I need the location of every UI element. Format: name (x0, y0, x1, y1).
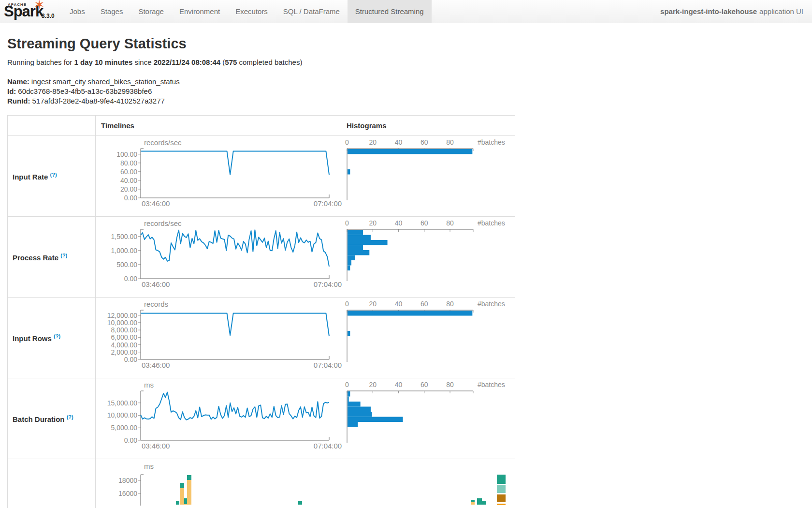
nav-tabs: Jobs Stages Storage Environment Executor… (62, 0, 432, 23)
svg-text:4,000.00: 4,000.00 (111, 341, 138, 349)
svg-text:07:04:00: 07:04:00 (314, 280, 342, 288)
svg-text:10,000.00: 10,000.00 (107, 411, 137, 419)
svg-text:80.00: 80.00 (120, 159, 137, 167)
svg-text:40.00: 40.00 (120, 177, 137, 184)
row-label-process-rate: Process Rate (?) (8, 217, 96, 298)
svg-text:1,000.00: 1,000.00 (111, 247, 138, 254)
svg-text:100.00: 100.00 (116, 150, 137, 158)
running-since-text: since (132, 58, 153, 66)
svg-text:records/sec: records/sec (144, 138, 182, 147)
row-label-input-rate: Input Rate (?) (8, 136, 96, 217)
svg-text:20: 20 (369, 300, 377, 308)
svg-text:80: 80 (446, 219, 454, 227)
row-label-text: Process Rate (13, 254, 58, 262)
query-id-line: Id:60dc3768-85e3-4fb5-a13c-63b29938bfe6 (7, 87, 805, 96)
svg-text:40: 40 (395, 138, 403, 146)
help-link[interactable]: (?) (67, 414, 73, 420)
table-row: ms1800016000 (8, 459, 515, 508)
svg-text:40: 40 (395, 219, 403, 227)
help-link[interactable]: (?) (60, 253, 67, 258)
page-title: Streaming Query Statistics (7, 36, 805, 52)
svg-text:#batches: #batches (478, 300, 505, 308)
tab-sql-dataframe[interactable]: SQL / DataFrame (276, 0, 348, 23)
running-duration: 1 day 10 minutes (74, 58, 132, 66)
svg-text:07:04:00: 07:04:00 (314, 361, 342, 369)
tab-executors[interactable]: Executors (228, 0, 276, 23)
tab-stages[interactable]: Stages (93, 0, 131, 23)
name-value: ingest smart_city shared_bikes_station_s… (31, 77, 180, 86)
start-timestamp: 2022/11/24 08:08:44 (154, 58, 220, 66)
svg-text:20: 20 (369, 381, 377, 388)
svg-text:#batches: #batches (478, 138, 505, 146)
svg-text:0.00: 0.00 (124, 356, 137, 363)
svg-text:5,000.00: 5,000.00 (111, 424, 138, 432)
svg-text:40: 40 (395, 381, 403, 388)
batch-duration-histogram-chart: 020406080#batches (341, 378, 515, 459)
svg-text:0.00: 0.00 (124, 436, 137, 444)
row-label-text: Input Rate (13, 173, 48, 181)
tab-environment[interactable]: Environment (172, 0, 228, 23)
row-label-text: Batch Duration (13, 415, 65, 423)
svg-text:0: 0 (345, 300, 349, 308)
svg-text:8,000.00: 8,000.00 (111, 326, 138, 334)
help-link[interactable]: (?) (50, 172, 57, 178)
table-row: Batch Duration (?) ms15,000.0010,000.005… (8, 378, 515, 459)
svg-text:60: 60 (420, 300, 428, 308)
svg-text:0.00: 0.00 (124, 275, 137, 283)
table-header-row: Timelines Histograms (8, 116, 515, 136)
svg-text:18000: 18000 (118, 477, 137, 484)
spark-version: 3.3.0 (42, 13, 55, 19)
input-rate-timeline-chart: records/sec100.0080.0060.0040.0020.000.0… (96, 136, 341, 216)
row-label-operation-duration (8, 459, 96, 508)
app-title-suffix: application UI (759, 7, 803, 15)
tab-structured-streaming[interactable]: Structured Streaming (348, 0, 432, 23)
svg-text:ms: ms (144, 462, 154, 470)
svg-text:60: 60 (420, 138, 428, 146)
query-meta: Name:ingest smart_city shared_bikes_stat… (7, 77, 805, 106)
process-rate-histogram-chart: 020406080#batches (341, 217, 515, 297)
help-link[interactable]: (?) (54, 333, 60, 339)
runid-label: RunId: (7, 97, 30, 105)
svg-text:records: records (144, 300, 168, 308)
row-label-text: Input Rows (13, 334, 52, 343)
svg-text:500.00: 500.00 (116, 261, 137, 269)
running-paren: ( (220, 58, 225, 66)
svg-text:records/sec: records/sec (144, 219, 182, 227)
tab-jobs[interactable]: Jobs (62, 0, 93, 23)
navbar: APACHE Spark ✶ 3.3.0 Jobs Stages Storage… (0, 0, 812, 23)
running-text: Running batches for (7, 58, 74, 66)
svg-text:20.00: 20.00 (120, 185, 137, 193)
svg-text:10,000.00: 10,000.00 (107, 319, 137, 327)
input-rate-histogram-chart: 020406080#batches (341, 136, 515, 216)
table-row: Input Rows (?) records12,000.0010,000.00… (8, 298, 515, 378)
operation-duration-timeline-chart: ms1800016000 (96, 459, 341, 508)
svg-text:80: 80 (446, 381, 454, 388)
svg-text:ms: ms (144, 381, 154, 389)
running-batches-summary: Running batches for 1 day 10 minutes sin… (7, 58, 805, 66)
svg-text:20: 20 (369, 138, 377, 146)
tab-storage[interactable]: Storage (130, 0, 172, 23)
batch-duration-timeline-chart: ms15,000.0010,000.005,000.000.0003:46:00… (96, 378, 341, 459)
query-runid-line: RunId:517afd3f-28e2-4ba8-9fe4-4102527a32… (7, 96, 805, 106)
process-rate-timeline-chart: records/sec1,500.001,000.00500.000.0003:… (96, 217, 341, 297)
svg-text:40: 40 (395, 300, 403, 308)
query-name-line: Name:ingest smart_city shared_bikes_stat… (7, 77, 805, 87)
name-label: Name: (7, 77, 29, 86)
page-content: Streaming Query Statistics Running batch… (0, 36, 812, 508)
svg-text:12,000.00: 12,000.00 (107, 312, 137, 319)
spark-logo[interactable]: APACHE Spark ✶ 3.3.0 (0, 0, 62, 23)
svg-text:60.00: 60.00 (120, 168, 137, 176)
header-empty (8, 116, 96, 136)
operation-duration-histogram-chart (341, 459, 515, 508)
running-suffix: completed batches) (237, 58, 302, 66)
svg-text:60: 60 (420, 219, 428, 227)
svg-text:#batches: #batches (478, 219, 505, 227)
runid-value: 517afd3f-28e2-4ba8-9fe4-4102527a3277 (32, 97, 164, 105)
input-rows-histogram-chart: 020406080#batches (341, 298, 515, 378)
svg-text:0: 0 (345, 381, 349, 388)
svg-text:80: 80 (446, 138, 454, 146)
svg-text:03:46:00: 03:46:00 (142, 442, 170, 450)
table-row: Input Rate (?) records/sec100.0080.0060.… (8, 136, 515, 217)
svg-text:0.00: 0.00 (124, 194, 137, 202)
svg-text:6,000.00: 6,000.00 (111, 333, 138, 341)
